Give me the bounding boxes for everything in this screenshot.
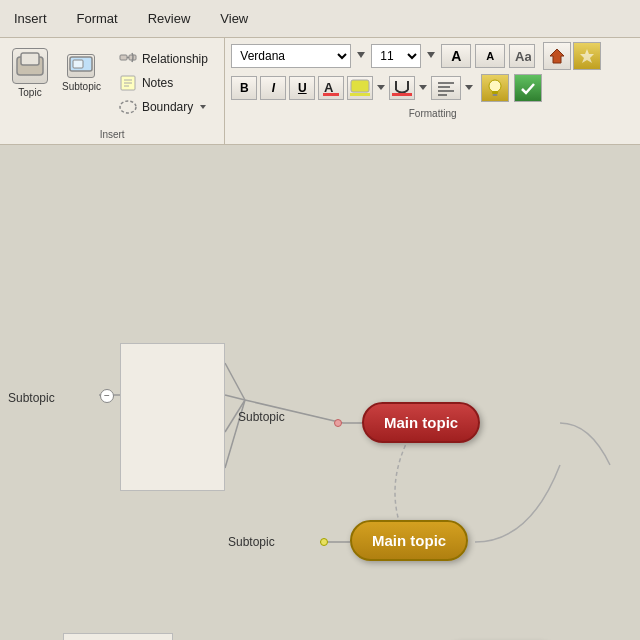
- notes-label: Notes: [142, 76, 173, 90]
- font-color-icon: A: [323, 79, 339, 97]
- font-style-button[interactable]: Aa: [509, 44, 535, 68]
- subtopic-label: Subtopic: [62, 81, 101, 92]
- toolbar: Insert Format Review View Topic: [0, 0, 640, 145]
- svg-line-36: [225, 395, 245, 400]
- svg-marker-26: [419, 85, 427, 90]
- font-color-button[interactable]: A: [318, 76, 344, 100]
- collapse-button-1[interactable]: −: [100, 389, 114, 403]
- menu-insert[interactable]: Insert: [8, 7, 53, 30]
- svg-marker-16: [550, 49, 564, 63]
- lightbulb-button[interactable]: [481, 74, 509, 102]
- highlight-button[interactable]: [347, 76, 373, 100]
- menu-view[interactable]: View: [214, 7, 254, 30]
- font-select[interactable]: Verdana: [231, 44, 351, 68]
- font-select-arrow: [355, 46, 367, 66]
- insert-section: Topic Subtopic: [0, 38, 225, 144]
- star-icon: [578, 47, 596, 65]
- main-topic-2[interactable]: Main topic: [350, 520, 468, 561]
- font-grow-button[interactable]: A: [441, 44, 471, 68]
- boundary-dropdown-icon: [198, 102, 208, 112]
- formatting-section: Verdana 11 A A Aa: [225, 38, 640, 144]
- svg-marker-13: [357, 52, 365, 58]
- relationship-icon: [119, 50, 137, 68]
- svg-point-32: [489, 80, 501, 92]
- insert-section-label: Insert: [100, 127, 125, 140]
- svg-rect-1: [21, 53, 39, 65]
- relationship-button[interactable]: Relationship: [115, 48, 212, 70]
- green-button[interactable]: [514, 74, 542, 102]
- subtopic-group-box: [120, 343, 225, 491]
- topic-button[interactable]: Topic: [8, 44, 52, 102]
- menu-format[interactable]: Format: [71, 7, 124, 30]
- notes-icon: [119, 74, 137, 92]
- svg-marker-31: [465, 85, 473, 90]
- svg-rect-3: [73, 60, 83, 68]
- svg-rect-20: [351, 80, 369, 92]
- formatting-label: Formatting: [231, 108, 634, 119]
- ribbon: Topic Subtopic: [0, 38, 640, 145]
- align-button[interactable]: [431, 76, 461, 100]
- menu-review[interactable]: Review: [142, 7, 197, 30]
- font-size-select[interactable]: 11: [371, 44, 421, 68]
- svg-rect-4: [120, 55, 127, 60]
- notes-button[interactable]: Notes: [115, 72, 212, 94]
- boundary-icon: [119, 98, 137, 116]
- svg-rect-33: [492, 91, 498, 94]
- svg-line-35: [225, 363, 245, 400]
- insert-content: Topic Subtopic: [8, 44, 216, 127]
- font-shrink-button[interactable]: A: [475, 44, 505, 68]
- formatting-mid: B I U A: [231, 74, 634, 102]
- subtopic-middle-1[interactable]: Subtopic: [238, 410, 285, 424]
- subtopic-left-1[interactable]: Subtopic: [8, 391, 55, 405]
- underline-button[interactable]: U: [289, 76, 315, 100]
- font-size-arrow: [425, 46, 437, 66]
- subtopic-middle-2[interactable]: Subtopic: [228, 535, 275, 549]
- underline-dropdown-icon: [418, 80, 428, 96]
- main-topic-1-label: Main topic: [384, 414, 458, 431]
- dot-connector-2: [320, 538, 328, 546]
- svg-marker-17: [580, 49, 594, 63]
- svg-marker-14: [427, 52, 435, 58]
- highlight-dropdown-icon: [376, 80, 386, 96]
- svg-text:A: A: [324, 80, 334, 95]
- boundary-label: Boundary: [142, 100, 193, 114]
- subtopic-icon: [67, 54, 95, 78]
- main-topic-2-label: Main topic: [372, 532, 446, 549]
- align-icon: [436, 80, 456, 96]
- svg-text:Aa: Aa: [515, 49, 531, 64]
- align-dropdown-icon: [464, 80, 474, 96]
- boundary-button[interactable]: Boundary: [115, 96, 212, 118]
- insert-right-group: Relationship Notes: [111, 44, 216, 122]
- highlight-icon: [350, 79, 370, 97]
- home-icon: [548, 47, 566, 65]
- menu-bar: Insert Format Review View: [0, 0, 640, 38]
- subtopic-bottom-box: [63, 633, 173, 640]
- formatting-top: Verdana 11 A A Aa: [231, 42, 634, 70]
- home-button[interactable]: [543, 42, 571, 70]
- svg-rect-21: [350, 93, 370, 96]
- extra-button[interactable]: [573, 42, 601, 70]
- svg-rect-25: [392, 93, 412, 96]
- italic-button[interactable]: I: [260, 76, 286, 100]
- relationship-label: Relationship: [142, 52, 208, 66]
- mind-map-canvas: Subtopic Subtopic Subtopic Subtopic Subt…: [0, 145, 640, 640]
- subtopic-button[interactable]: Subtopic: [58, 44, 105, 96]
- svg-marker-12: [200, 105, 206, 109]
- connector-lines: [0, 145, 640, 640]
- main-topic-1[interactable]: Main topic: [362, 402, 480, 443]
- topic-icon: [12, 48, 48, 84]
- svg-rect-34: [493, 94, 498, 96]
- topic-label: Topic: [18, 87, 41, 98]
- font-style-icon: Aa: [513, 47, 531, 65]
- underline-color-button[interactable]: [389, 76, 415, 100]
- underline-color-icon: [392, 79, 412, 97]
- bold-button[interactable]: B: [231, 76, 257, 100]
- svg-point-11: [120, 101, 136, 113]
- lightbulb-icon: [486, 78, 504, 98]
- svg-rect-19: [323, 93, 339, 96]
- green-icon: [519, 79, 537, 97]
- svg-marker-22: [377, 85, 385, 90]
- dot-connector-1: [334, 419, 342, 427]
